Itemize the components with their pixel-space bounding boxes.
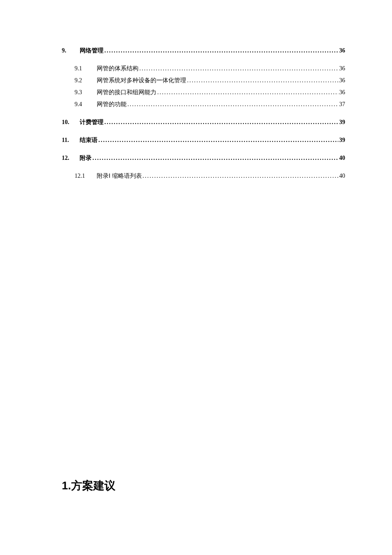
toc-number: 9.3 [75, 89, 97, 96]
toc-number: 9.1 [75, 65, 97, 72]
toc-page-number: 37 [339, 101, 345, 108]
toc-number: 12. [62, 155, 80, 162]
toc-entry-sub: 12.1 附录Ⅰ 缩略语列表 40 [62, 172, 345, 180]
toc-number: 12.1 [75, 173, 97, 179]
toc-entry-main: 12. 附录 40 [62, 154, 345, 162]
toc-number: 9. [62, 47, 80, 54]
toc-leader-dots [186, 77, 339, 84]
toc-page-number: 36 [339, 65, 345, 72]
toc-page-number: 40 [339, 173, 345, 179]
toc-entry-main: 11. 结束语 39 [62, 136, 345, 144]
toc-leader-dots [98, 137, 339, 144]
toc-leader-dots [142, 173, 340, 179]
toc-title: 网管的体系结构 [97, 65, 138, 72]
toc-page-number: 36 [339, 47, 345, 54]
toc-title: 结束语 [80, 136, 98, 144]
toc-entry-sub: 9.4 网管的功能 37 [62, 101, 345, 108]
toc-page-number: 36 [339, 89, 345, 96]
toc-entry-main: 9. 网络管理 36 [62, 47, 345, 55]
toc-page-number: 40 [339, 155, 345, 162]
toc-title: 网管系统对多种设备的一体化管理 [97, 77, 186, 84]
toc-page-number: 39 [339, 137, 345, 144]
toc-title: 附录Ⅰ 缩略语列表 [97, 172, 142, 180]
toc-title: 附录 [80, 154, 92, 162]
toc-leader-dots [104, 47, 339, 54]
toc-number: 11. [62, 137, 80, 144]
section-heading: 1.方案建议 [62, 478, 345, 493]
toc-entry-sub: 9.2 网管系统对多种设备的一体化管理 36 [62, 77, 345, 84]
toc-title: 网络管理 [80, 47, 104, 55]
toc-leader-dots [127, 101, 339, 108]
toc-number: 10. [62, 119, 80, 126]
toc-title: 网管的接口和组网能力 [97, 89, 156, 96]
toc-entry-sub: 9.1 网管的体系结构 36 [62, 65, 345, 72]
toc-leader-dots [92, 155, 339, 162]
toc-leader-dots [138, 65, 339, 72]
toc-number: 9.2 [75, 77, 97, 84]
toc-page-number: 39 [339, 119, 345, 126]
document-page: 9. 网络管理 36 9.1 网管的体系结构 36 9.2 网管系统对多种设备的… [0, 0, 392, 493]
toc-page-number: 36 [339, 77, 345, 84]
toc-title: 网管的功能 [97, 101, 127, 108]
toc-entry-main: 10. 计费管理 39 [62, 119, 345, 126]
toc-entry-sub: 9.3 网管的接口和组网能力 36 [62, 89, 345, 96]
toc-leader-dots [104, 119, 339, 126]
toc-leader-dots [156, 89, 339, 96]
toc-number: 9.4 [75, 101, 97, 108]
toc-title: 计费管理 [80, 119, 104, 126]
